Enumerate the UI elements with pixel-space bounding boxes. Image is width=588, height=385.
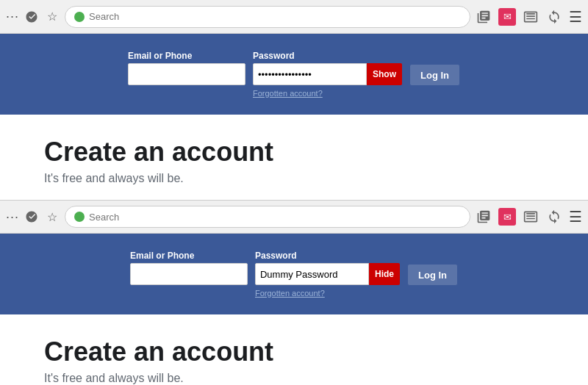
forgotten-link-2[interactable]: Forgotten account?	[255, 289, 400, 298]
main-content-2: Create an account It's free and always w…	[0, 314, 588, 385]
show-password-button[interactable]: Show	[367, 63, 402, 85]
menu-icon-2[interactable]: ☰	[569, 208, 582, 226]
menu-icon[interactable]: ☰	[569, 8, 582, 26]
email-input-2[interactable]	[130, 263, 248, 285]
toolbar-dots-1[interactable]: ···	[6, 9, 19, 24]
mail-icon[interactable]: ✉	[498, 8, 516, 26]
password-group-2: Password Hide Forgotten account?	[255, 251, 400, 298]
sync-icon[interactable]	[545, 8, 563, 26]
email-label-1: Email or Phone	[128, 51, 245, 61]
login-button-2[interactable]: Log In	[407, 264, 458, 286]
forgotten-link-1[interactable]: Forgotten account?	[253, 89, 402, 98]
password-input-1[interactable]	[253, 63, 367, 85]
toolbar-dots-2[interactable]: ···	[6, 209, 19, 225]
email-group-1: Email or Phone	[128, 51, 245, 85]
email-label-2: Email or Phone	[130, 251, 248, 261]
create-account-title-1: Create an account	[44, 137, 559, 168]
sync-icon-2[interactable]	[545, 208, 563, 226]
search-secure-icon-2	[74, 212, 85, 222]
password-wrapper-2: Hide	[255, 263, 400, 285]
password-group-1: Password Show Forgotten account?	[253, 51, 402, 98]
hide-password-button[interactable]: Hide	[369, 263, 400, 285]
create-account-subtitle-1: It's free and always will be.	[44, 172, 559, 185]
fb-header-1: Email or Phone Password Show Forgotten a…	[0, 34, 588, 115]
create-account-subtitle-2: It's free and always will be.	[44, 372, 559, 385]
search-input-1[interactable]	[89, 11, 461, 22]
reader-icon[interactable]	[522, 8, 539, 26]
password-label-2: Password	[255, 251, 400, 261]
pocket-icon-2[interactable]	[24, 209, 40, 225]
reader-icon-2[interactable]	[522, 208, 539, 226]
create-account-title-2: Create an account	[44, 337, 559, 367]
login-form-2: Email or Phone Password Hide Forgotten a…	[130, 251, 458, 298]
library-icon[interactable]	[475, 8, 492, 26]
search-bar-2[interactable]	[65, 206, 470, 228]
fb-header-2: Email or Phone Password Hide Forgotten a…	[0, 234, 588, 314]
browser-toolbar-2: ··· ☆ ✉ ☰	[0, 200, 588, 234]
password-wrapper-1: Show	[253, 63, 402, 85]
email-group-2: Email or Phone	[130, 251, 248, 285]
login-form-1: Email or Phone Password Show Forgotten a…	[128, 51, 460, 98]
login-button-1[interactable]: Log In	[409, 64, 460, 86]
search-secure-icon	[74, 12, 85, 22]
search-input-2[interactable]	[89, 212, 461, 223]
mail-icon-2[interactable]: ✉	[498, 208, 516, 226]
library-icon-2[interactable]	[475, 208, 492, 226]
toolbar-right-2: ✉ ☰	[475, 208, 582, 226]
password-input-2[interactable]	[255, 263, 369, 285]
star-icon[interactable]: ☆	[44, 9, 60, 25]
star-icon-2[interactable]: ☆	[44, 209, 60, 225]
search-bar-1[interactable]	[65, 6, 470, 28]
password-label-1: Password	[253, 51, 402, 61]
main-content-1: Create an account It's free and always w…	[0, 115, 588, 200]
toolbar-right-1: ✉ ☰	[475, 8, 582, 26]
browser-toolbar-1: ··· ☆ ✉ ☰	[0, 0, 588, 34]
email-input-1[interactable]	[128, 63, 245, 85]
pocket-icon[interactable]	[24, 9, 40, 25]
